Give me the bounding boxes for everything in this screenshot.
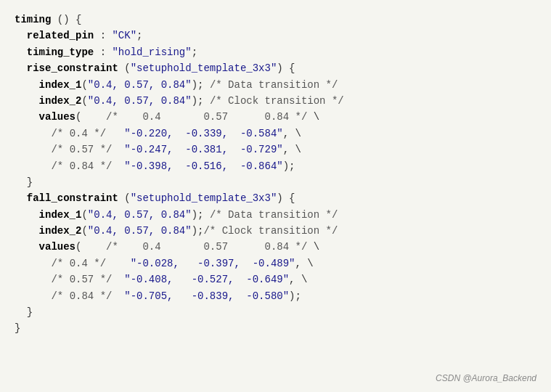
code-line: } bbox=[15, 304, 536, 320]
watermark: CSDN @Aurora_Backend bbox=[436, 373, 536, 383]
code-line: } bbox=[15, 320, 536, 336]
code-line: index_1("0.4, 0.57, 0.84"); /* Data tran… bbox=[15, 207, 536, 223]
code-line: /* 0.4 */ "-0.028, -0.397, -0.489", \ bbox=[15, 256, 536, 271]
code-line: related_pin : "CK"; bbox=[15, 28, 536, 44]
code-line: /* 0.57 */ "-0.408, -0.527, -0.649", \ bbox=[15, 271, 536, 287]
code-line: /* 0.57 */ "-0.247, -0.381, -0.729", \ bbox=[15, 142, 536, 158]
code-line: values( /* 0.4 0.57 0.84 */ \ bbox=[15, 109, 536, 125]
code-line: index_1("0.4, 0.57, 0.84"); /* Data tran… bbox=[15, 77, 536, 93]
code-line: index_2("0.4, 0.57, 0.84");/* Clock tran… bbox=[15, 223, 536, 239]
code-container: timing () { related_pin : "CK"; timing_t… bbox=[0, 0, 551, 392]
code-line: timing () { bbox=[15, 12, 536, 28]
code-line: rise_constraint ("setuphold_template_3x3… bbox=[15, 60, 536, 76]
code-block: timing () { related_pin : "CK"; timing_t… bbox=[15, 12, 536, 337]
code-line: /* 0.4 */ "-0.220, -0.339, -0.584", \ bbox=[15, 126, 536, 142]
code-line: values( /* 0.4 0.57 0.84 */ \ bbox=[15, 239, 536, 255]
code-line: timing_type : "hold_rising"; bbox=[15, 44, 536, 60]
code-line: fall_constraint ("setuphold_template_3x3… bbox=[15, 190, 536, 206]
code-line: /* 0.84 */ "-0.398, -0.516, -0.864"); bbox=[15, 158, 536, 174]
code-line: /* 0.84 */ "-0.705, -0.839, -0.580"); bbox=[15, 288, 536, 304]
code-line: } bbox=[15, 174, 536, 190]
code-line: index_2("0.4, 0.57, 0.84"); /* Clock tra… bbox=[15, 93, 536, 109]
